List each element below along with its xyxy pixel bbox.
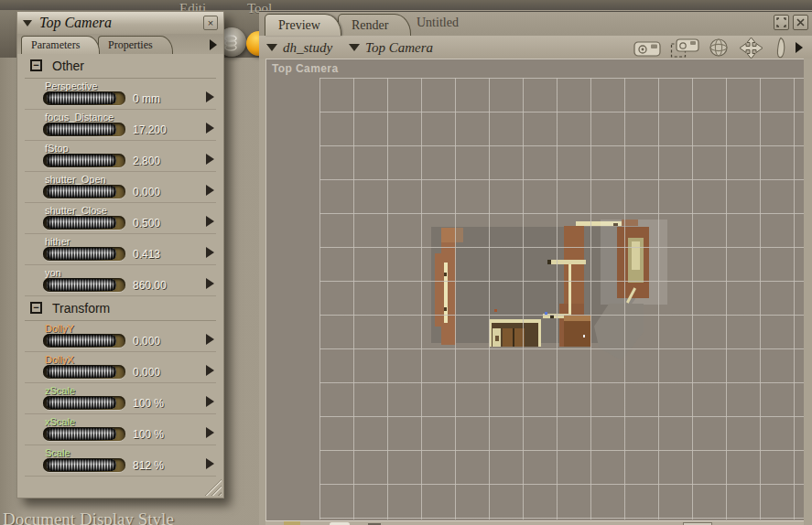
camera-selector-dropdown[interactable]: Top Camera — [349, 38, 433, 57]
param-dial-slider[interactable] — [43, 247, 125, 261]
param-menu-arrow-icon[interactable] — [206, 365, 214, 376]
viewport-canvas[interactable]: Top Camera — [265, 59, 804, 521]
param-value[interactable]: 860.00 — [133, 279, 167, 292]
dial-knurl — [47, 92, 116, 104]
document-title: Untitled — [417, 16, 459, 30]
param-row-yon: yon860.00 — [25, 265, 216, 296]
param-value[interactable]: 0.000 — [133, 366, 160, 379]
dial-knurl — [47, 279, 116, 291]
param-menu-arrow-icon[interactable] — [206, 334, 214, 345]
close-icon — [796, 18, 805, 27]
param-menu-arrow-icon[interactable] — [206, 458, 214, 469]
param-value[interactable]: 2.800 — [133, 155, 160, 167]
viewport-pane: Preview Render Untitled dh_study Top — [259, 11, 812, 525]
param-dial-slider[interactable] — [43, 91, 125, 105]
param-value[interactable]: 812 % — [133, 459, 164, 472]
param-dial-slider[interactable] — [43, 334, 125, 348]
orbit-icon[interactable] — [709, 38, 729, 58]
param-row-dollyx: DollyX0.000 — [25, 352, 216, 383]
param-dial-slider[interactable] — [43, 396, 125, 410]
param-row-hither: hither0.413 — [25, 234, 216, 265]
param-value[interactable]: 0.000 — [133, 186, 160, 198]
frame-camera-icon[interactable] — [670, 38, 700, 59]
viewport-toolbar: dh_study Top Camera — [259, 36, 812, 59]
param-dial-slider[interactable] — [43, 154, 125, 167]
section-title: Other — [52, 59, 84, 73]
section-header-transform: −Transform — [25, 300, 216, 321]
viewport-camera-label: Top Camera — [272, 62, 338, 75]
pan-icon[interactable] — [737, 37, 765, 59]
param-row-zscale: zScale100 % — [25, 383, 216, 414]
param-row-shutter_close: shutter_Close0.500 — [25, 203, 216, 234]
application-window: Editi Tool Document Display Style Previe… — [0, 0, 812, 525]
param-row-scale: Scale812 % — [25, 445, 216, 477]
collapse-arrow-icon[interactable] — [23, 20, 32, 27]
param-row-shutter_open: shutter_Open0.000 — [25, 172, 216, 203]
scene-selector-dropdown[interactable]: dh_study — [266, 38, 332, 57]
param-label: Perspective — [45, 80, 97, 91]
param-value[interactable]: 100 % — [133, 428, 164, 441]
pane-undock-button[interactable] — [774, 15, 789, 30]
section-title: Transform — [52, 301, 110, 316]
param-menu-arrow-icon[interactable] — [206, 91, 214, 102]
tab-render[interactable]: Render — [338, 14, 411, 36]
param-dial-slider[interactable] — [43, 123, 125, 136]
panel-title: Top Camera — [39, 15, 203, 31]
dial-knurl — [47, 248, 116, 260]
param-menu-arrow-icon[interactable] — [206, 154, 214, 165]
param-dial-slider[interactable] — [43, 458, 125, 472]
param-value[interactable]: 0.413 — [133, 248, 160, 261]
param-dial-slider[interactable] — [43, 185, 125, 198]
param-value[interactable]: 17.200 — [133, 123, 167, 136]
param-value[interactable]: 0 mm — [133, 92, 160, 105]
param-value[interactable]: 0.000 — [133, 335, 160, 348]
bank-icon[interactable] — [774, 37, 787, 59]
param-value[interactable]: 0.500 — [133, 217, 160, 230]
tab-parameters[interactable]: Parameters — [21, 36, 100, 54]
dial-knurl — [47, 335, 116, 347]
param-row-fstop: fStop2.800 — [25, 141, 216, 172]
param-label: shutter_Close — [45, 205, 107, 216]
viewport-tabstrip: Preview Render Untitled — [259, 12, 812, 37]
dial-knurl — [47, 155, 116, 166]
param-menu-arrow-icon[interactable] — [206, 427, 214, 438]
param-menu-arrow-icon[interactable] — [206, 247, 214, 258]
more-arrow-icon[interactable] — [796, 42, 803, 53]
panel-header[interactable]: Top Camera × — [17, 12, 223, 34]
dial-knurl — [47, 217, 116, 229]
param-label: xScale — [45, 416, 75, 427]
pane-close-button[interactable] — [793, 15, 808, 30]
panel-tabstrip: Parameters Properties — [17, 34, 223, 54]
tab-preview[interactable]: Preview — [265, 14, 341, 36]
section-toggle-icon[interactable]: − — [30, 302, 42, 314]
section-header-other: −Other — [25, 58, 216, 79]
param-dial-slider[interactable] — [43, 365, 125, 379]
param-label: DollyY — [45, 323, 74, 334]
tab-properties[interactable]: Properties — [98, 36, 173, 54]
bottom-toolbar-icon-partial — [284, 521, 300, 525]
dial-knurl — [47, 123, 116, 135]
param-label: zScale — [45, 385, 75, 396]
param-menu-arrow-icon[interactable] — [206, 216, 214, 227]
param-value[interactable]: 100 % — [133, 397, 164, 410]
dial-knurl — [47, 397, 116, 409]
param-menu-arrow-icon[interactable] — [206, 396, 214, 407]
top-strip — [0, 0, 812, 10]
dial-knurl — [47, 459, 116, 471]
param-dial-slider[interactable] — [43, 216, 125, 230]
param-menu-arrow-icon[interactable] — [206, 185, 214, 196]
param-label: shutter_Open — [45, 174, 106, 185]
param-dial-slider[interactable] — [43, 278, 125, 292]
tab-scroll-arrow-icon[interactable] — [210, 39, 217, 50]
param-label: yon — [45, 267, 61, 278]
panel-close-button[interactable]: × — [203, 16, 218, 30]
camera-icon[interactable] — [633, 38, 662, 58]
param-menu-arrow-icon[interactable] — [206, 278, 214, 289]
undock-icon — [776, 17, 786, 27]
param-dial-slider[interactable] — [43, 427, 125, 441]
section-toggle-icon[interactable]: − — [30, 59, 42, 71]
param-row-xscale: xScale100 % — [25, 414, 216, 445]
chevron-down-icon — [266, 44, 277, 51]
param-menu-arrow-icon[interactable] — [206, 123, 214, 134]
dial-knurl — [47, 366, 116, 378]
